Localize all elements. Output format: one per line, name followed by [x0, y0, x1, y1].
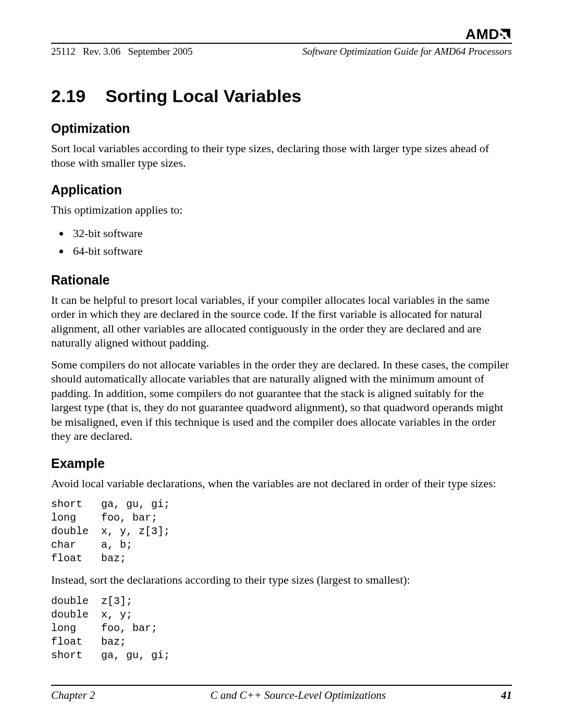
doc-date: September 2005 — [128, 46, 192, 57]
logo-text: AMD — [466, 26, 499, 42]
example-intro-1: Avoid local variable declarations, when … — [51, 476, 512, 491]
footer-title: C and C++ Source-Level Optimizations — [210, 689, 386, 702]
optimization-heading: Optimization — [51, 121, 512, 136]
doc-meta: 25112 Rev. 3.06 September 2005 — [51, 46, 192, 57]
section-number: 2.19 — [51, 86, 85, 106]
code-block-preferred: double z[3]; double x, y; long foo, bar;… — [51, 595, 512, 662]
doc-number: 25112 — [51, 46, 76, 57]
footer-rule — [51, 685, 512, 686]
section-title: Sorting Local Variables — [105, 86, 301, 106]
example-heading: Example — [51, 456, 512, 471]
header-line: 25112 Rev. 3.06 September 2005 Software … — [51, 46, 512, 57]
amd-arrow-icon — [498, 27, 512, 41]
example-intro-2: Instead, sort the declarations according… — [51, 573, 512, 587]
doc-rev: Rev. 3.06 — [83, 46, 120, 57]
application-intro: This optimization applies to: — [51, 203, 512, 217]
footer: Chapter 2 C and C++ Source-Level Optimiz… — [51, 685, 512, 702]
footer-page: 41 — [501, 689, 512, 702]
application-list: 32-bit software 64-bit software — [51, 225, 512, 260]
header-rule — [51, 43, 512, 44]
doc-title: Software Optimization Guide for AMD64 Pr… — [302, 46, 512, 57]
amd-logo: AMD — [466, 26, 512, 43]
footer-chapter: Chapter 2 — [51, 689, 95, 702]
list-item: 64-bit software — [70, 242, 512, 260]
application-heading: Application — [51, 182, 512, 198]
optimization-text: Sort local variables according to their … — [51, 141, 512, 170]
rationale-heading: Rationale — [51, 273, 512, 288]
code-block-avoid: short ga, gu, gi; long foo, bar; double … — [51, 498, 512, 565]
section-heading: 2.19Sorting Local Variables — [51, 86, 512, 106]
list-item: 32-bit software — [70, 225, 512, 242]
rationale-para-1: It can be helpful to presort local varia… — [51, 293, 512, 350]
rationale-para-2: Some compilers do not allocate variables… — [51, 357, 512, 443]
